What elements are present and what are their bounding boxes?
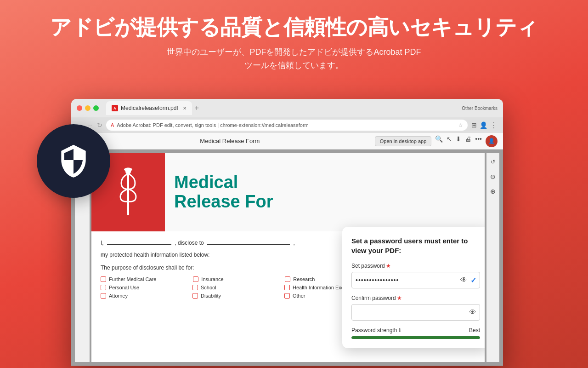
checkbox-further-medical-label: Further Medical Care bbox=[109, 276, 156, 282]
header-title: アドビが提供する品質と信頼性の高いセキュリティ bbox=[18, 15, 570, 40]
checkbox-disability: Disability bbox=[192, 293, 248, 299]
password-dots: •••••••••••••••• bbox=[356, 276, 399, 284]
form-text-comma: , bbox=[293, 240, 294, 246]
browser-chrome: A Medicalreleaseform.pdf ✕ + Other Bookm… bbox=[71, 99, 503, 117]
refresh-button[interactable]: ↻ bbox=[97, 121, 102, 129]
checkbox-attorney: Attorney bbox=[101, 293, 156, 299]
url-text: Adobe Acrobat: PDF edit, convert, sign t… bbox=[117, 122, 308, 128]
minimize-button[interactable] bbox=[85, 105, 90, 111]
confirm-password-required: ★ bbox=[397, 295, 402, 301]
tab-bar: A Medicalreleaseform.pdf ✕ + bbox=[106, 101, 458, 115]
strength-label-text: Password strength bbox=[351, 327, 397, 334]
traffic-lights bbox=[77, 105, 99, 111]
refresh-right-icon[interactable]: ↺ bbox=[488, 157, 498, 167]
zoom-in-icon[interactable]: ⊕ bbox=[488, 186, 498, 196]
profile-icon[interactable]: 👤 bbox=[480, 121, 487, 129]
confirm-password-container: 👁 bbox=[351, 304, 480, 321]
checkbox-insurance-label: Insurance bbox=[201, 276, 223, 282]
checkbox-insurance-box[interactable] bbox=[193, 276, 198, 282]
checkbox-disability-label: Disability bbox=[201, 293, 221, 299]
tab-favicon: A bbox=[112, 105, 118, 111]
strength-bar-container bbox=[351, 336, 480, 339]
tab-close-icon[interactable]: ✕ bbox=[183, 106, 187, 111]
strength-info-icon: ℹ bbox=[399, 327, 401, 334]
set-password-label-row: Set password ★ bbox=[351, 263, 480, 269]
toggle-visibility-icon[interactable]: 👁 bbox=[460, 276, 468, 285]
zoom-out-icon[interactable]: ⊖ bbox=[488, 172, 498, 182]
active-tab[interactable]: A Medicalreleaseform.pdf ✕ bbox=[106, 101, 192, 115]
checkbox-personal-use-box[interactable] bbox=[101, 285, 106, 290]
open-desktop-button[interactable]: Open in desktop app bbox=[375, 136, 432, 146]
checkbox-attorney-box[interactable] bbox=[101, 293, 106, 299]
checkbox-school-label: School bbox=[201, 285, 216, 290]
cursor-icon[interactable]: ↖ bbox=[447, 135, 452, 147]
strength-row: Password strength ℹ Best bbox=[351, 327, 480, 334]
download-icon[interactable]: ⬇ bbox=[456, 135, 461, 147]
checkbox-school-box[interactable] bbox=[192, 285, 198, 290]
more-icon[interactable]: ••• bbox=[475, 135, 482, 147]
subtitle-line2: ツールを信頼しています。 bbox=[244, 61, 344, 70]
pdf-content: 📄 ✏ ↩ bbox=[71, 150, 503, 366]
extension-icon[interactable]: ⊞ bbox=[471, 121, 477, 129]
url-icons: ☆ bbox=[458, 122, 463, 128]
form-text-purpose: The purpose of disclosure shall be for: bbox=[101, 264, 194, 271]
menu-icon[interactable]: ⋮ bbox=[490, 121, 498, 130]
checkbox-attorney-label: Attorney bbox=[109, 293, 128, 299]
subtitle-line1: 世界中のユーザーが、PDFを開発したアドビが提供するAcrobat PDF bbox=[167, 47, 421, 57]
url-bar[interactable]: A Adobe Acrobat: PDF edit, convert, sign… bbox=[106, 120, 468, 131]
set-password-icons: 👁 ✓ bbox=[460, 276, 476, 285]
set-password-label: Set password bbox=[351, 263, 385, 269]
form-text-health: my protected health information listed b… bbox=[101, 252, 209, 258]
set-password-required: ★ bbox=[386, 263, 391, 269]
checkbox-other-box[interactable] bbox=[284, 293, 290, 299]
set-password-container: •••••••••••••••• 👁 ✓ bbox=[351, 272, 480, 288]
strength-label: Password strength ℹ bbox=[351, 327, 401, 334]
maximize-button[interactable] bbox=[93, 105, 99, 111]
checkbox-personal-use: Personal Use bbox=[101, 285, 156, 290]
browser-window: A Medicalreleaseform.pdf ✕ + Other Bookm… bbox=[71, 99, 503, 366]
password-check-icon: ✓ bbox=[470, 276, 476, 285]
address-bar: ← → ↻ A Adobe Acrobat: PDF edit, convert… bbox=[71, 117, 503, 133]
strength-bar-fill bbox=[351, 336, 480, 339]
pdf-toolbar: A Medical Release Form Open in desktop a… bbox=[71, 133, 503, 150]
shield-container bbox=[37, 124, 110, 198]
checkbox-disability-box[interactable] bbox=[192, 293, 198, 299]
toggle-confirm-visibility-icon[interactable]: 👁 bbox=[469, 308, 476, 316]
bookmark-icon[interactable]: ☆ bbox=[458, 122, 463, 128]
form-title: MedicalRelease For bbox=[174, 173, 273, 212]
new-tab-icon[interactable]: + bbox=[195, 104, 199, 112]
user-avatar[interactable]: 👤 bbox=[486, 135, 498, 147]
confirm-password-input[interactable] bbox=[351, 304, 480, 321]
print-icon[interactable]: 🖨 bbox=[465, 135, 471, 147]
form-underline-name bbox=[107, 244, 171, 245]
checkbox-other-label: Other bbox=[293, 293, 305, 299]
pdf-page: MedicalRelease For I, , disclose to , my… bbox=[91, 153, 485, 362]
header-section: アドビが提供する品質と信頼性の高いセキュリティ 世界中のユーザーが、PDFを開発… bbox=[0, 0, 588, 81]
toolbar-title: Medical Release Form bbox=[89, 138, 371, 144]
panel-title: Set a password users must enter to view … bbox=[351, 236, 480, 255]
checkbox-further-medical-box[interactable] bbox=[101, 276, 106, 282]
checkbox-research-label: Research bbox=[293, 276, 315, 282]
bookmarks-label: Other Bookmarks bbox=[462, 106, 498, 111]
form-text-disclose: , disclose to bbox=[175, 240, 205, 246]
toolbar-icons: 🔍 ↖ ⬇ 🖨 ••• 👤 bbox=[435, 135, 498, 147]
form-title-area: MedicalRelease For bbox=[165, 153, 485, 231]
checkbox-personal-use-label: Personal Use bbox=[109, 285, 139, 290]
form-underline-recipient bbox=[207, 244, 290, 245]
form-header: MedicalRelease For bbox=[91, 153, 485, 231]
tab-label: Medicalreleaseform.pdf bbox=[121, 105, 178, 111]
confirm-password-icons: 👁 bbox=[469, 308, 476, 316]
checkbox-research: Research bbox=[285, 276, 340, 282]
form-text-i: I, bbox=[101, 240, 105, 246]
checkbox-research-box[interactable] bbox=[285, 276, 290, 282]
shield-icon bbox=[55, 142, 92, 180]
confirm-password-label: Confirm password bbox=[351, 295, 396, 301]
close-button[interactable] bbox=[77, 105, 82, 111]
password-panel: Set a password users must enter to view … bbox=[342, 227, 485, 348]
header-subtitle: 世界中のユーザーが、PDFを開発したアドビが提供するAcrobat PDF ツー… bbox=[18, 46, 570, 72]
acrobat-icon: A bbox=[111, 122, 114, 128]
caduceus-icon bbox=[112, 167, 144, 218]
search-icon[interactable]: 🔍 bbox=[435, 135, 443, 147]
checkbox-health-exchange-box[interactable] bbox=[284, 285, 290, 290]
strength-value: Best bbox=[469, 327, 480, 334]
